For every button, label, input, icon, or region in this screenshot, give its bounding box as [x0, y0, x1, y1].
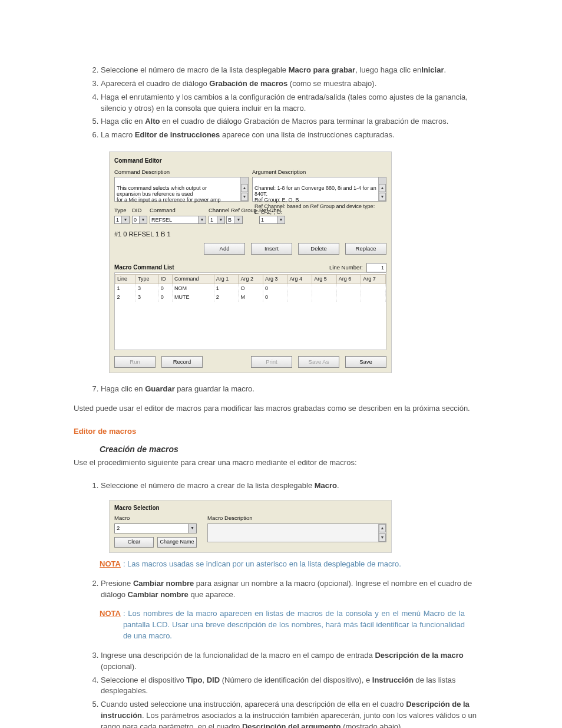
macro-line-display: #1 0 REFSEL 1 B 1 — [114, 230, 386, 239]
chevron-down-icon[interactable]: ▼ — [234, 216, 242, 223]
type-label: Type — [114, 206, 130, 215]
change-name-button[interactable]: Change Name — [157, 537, 197, 548]
table-cell: 3 — [136, 284, 159, 294]
table-header-cell: Arg 2 — [239, 275, 263, 284]
table-cell: 0 — [263, 284, 287, 294]
nota-label: NOTA — [100, 559, 121, 570]
nota-block-2: NOTA : Los nombres de la macro aparecen … — [100, 608, 465, 642]
nota-label: NOTA — [100, 608, 121, 642]
table-cell — [361, 284, 386, 294]
chevron-down-icon[interactable]: ▼ — [277, 216, 285, 223]
command-description-label: Command Description — [114, 168, 249, 176]
channel-select[interactable]: 1▼ — [209, 216, 225, 224]
table-header-cell: ID — [158, 275, 172, 284]
command-description-textarea[interactable]: This command selects which output or exp… — [114, 177, 249, 202]
scrollbar[interactable]: ▲ ▼ — [240, 177, 248, 201]
clear-button[interactable]: Clear — [114, 537, 154, 548]
table-row[interactable]: 130NOM1O0 — [115, 284, 386, 294]
table-cell: 1 — [115, 284, 136, 294]
table-cell — [336, 293, 361, 302]
print-button[interactable]: Print — [251, 356, 292, 368]
macro-description-label: Macro Description — [207, 514, 386, 522]
table-header-cell: Arg 4 — [287, 275, 312, 284]
chevron-down-icon[interactable]: ▼ — [198, 216, 206, 223]
command-editor-dialog: Command Editor Command Description This … — [109, 151, 392, 373]
run-button[interactable]: Run — [114, 356, 156, 368]
line-number-label: Line Number: — [329, 263, 363, 272]
save-as-button[interactable]: Save As — [298, 356, 339, 368]
scroll-up-icon[interactable]: ▲ — [241, 184, 248, 192]
macro-label: Macro — [114, 514, 197, 522]
did-select[interactable]: 0▼ — [132, 216, 147, 224]
scrollbar[interactable]: ▲ ▼ — [378, 524, 386, 542]
table-cell — [312, 284, 337, 294]
table-header-cell: Line — [115, 275, 136, 284]
table-header-cell: Command — [173, 275, 214, 284]
dialog-title: Command Editor — [114, 157, 386, 166]
table-header-cell: Arg 7 — [361, 275, 386, 284]
step-4: Haga el enrutamiento y los cambios a la … — [101, 92, 488, 114]
table-cell: M — [239, 293, 263, 302]
type-select[interactable]: 1▼ — [114, 216, 130, 224]
table-cell — [312, 293, 337, 302]
command-label: Command — [150, 206, 206, 215]
chevron-down-icon[interactable]: ▼ — [121, 216, 129, 223]
macro-select[interactable]: 2▼ — [114, 523, 197, 533]
step-b4: Seleccione el dispositivo Tipo, DID (Núm… — [101, 675, 488, 697]
nota-block-1: NOTA : Las macros usadas se indican por … — [100, 559, 465, 570]
table-cell: 0 — [263, 293, 287, 302]
table-cell: O — [239, 284, 263, 294]
scroll-down-icon[interactable]: ▼ — [379, 193, 386, 201]
save-button[interactable]: Save — [345, 356, 386, 368]
add-button[interactable]: Add — [204, 243, 245, 255]
paragraph-procedure: Use el procedimiento siguiente para crea… — [74, 457, 488, 469]
line-number-input[interactable]: 1 — [366, 263, 386, 272]
step-b2: Presione Cambiar nombre para asignar un … — [101, 578, 488, 601]
steps-b-2: Presione Cambiar nombre para asignar un … — [74, 578, 488, 601]
scroll-down-icon[interactable]: ▼ — [379, 533, 386, 542]
chevron-down-icon[interactable]: ▼ — [139, 216, 147, 223]
scroll-up-icon[interactable]: ▲ — [379, 184, 386, 192]
argument-description-textarea[interactable]: Channel: 1-8 for an Converge 880, 8i and… — [252, 177, 386, 202]
nota-text: : Las macros usadas se indican por un as… — [123, 559, 465, 570]
table-cell: 3 — [136, 293, 159, 302]
channel-refgroup-label: Channel Ref Group — [209, 206, 257, 215]
insert-button[interactable]: Insert — [251, 243, 292, 255]
steps-b-3-6: Ingrese una descripción de la funcionali… — [74, 650, 488, 728]
table-header-cell: Arg 6 — [336, 275, 361, 284]
table-cell: 2 — [115, 293, 136, 302]
chevron-down-icon[interactable]: ▼ — [217, 216, 224, 223]
step-2: Seleccione el número de macro de la list… — [101, 65, 488, 76]
command-select[interactable]: REFSEL▼ — [150, 216, 206, 224]
step-b5: Cuando usted seleccione una instrucción,… — [101, 699, 488, 728]
table-cell — [361, 293, 386, 302]
macro-description-textarea[interactable]: ▲ ▼ — [207, 523, 386, 542]
scroll-up-icon[interactable]: ▲ — [379, 524, 386, 532]
nota-text: : Los nombres de la macro aparecen en li… — [123, 608, 465, 642]
table-cell — [336, 284, 361, 294]
table-cell: NOM — [173, 284, 214, 294]
refchnl-select[interactable]: 1▼ — [259, 216, 285, 224]
subheading-creacion-de-macros: Creación de macros — [100, 443, 488, 455]
table-cell: 1 — [214, 284, 239, 294]
table-cell: 0 — [158, 284, 172, 294]
record-button[interactable]: Record — [161, 356, 203, 368]
refgroup-select[interactable]: B▼ — [226, 216, 243, 224]
chevron-down-icon[interactable]: ▼ — [188, 524, 196, 533]
table-cell: MUTE — [173, 293, 214, 302]
section-heading-editor-de-macros: Editor de macros — [74, 426, 488, 437]
macro-command-list-title: Macro Command List — [114, 263, 174, 272]
scrollbar[interactable]: ▲ ▼ — [378, 177, 386, 201]
table-header-cell: Type — [136, 275, 159, 284]
replace-button[interactable]: Replace — [345, 243, 386, 255]
scroll-down-icon[interactable]: ▼ — [241, 193, 248, 201]
table-row[interactable]: 230MUTE2M0 — [115, 293, 386, 302]
did-label: DID — [132, 206, 147, 215]
table-header-cell: Arg 1 — [214, 275, 239, 284]
delete-button[interactable]: Delete — [298, 243, 339, 255]
steps-b-1: Seleccione el número de macro a crear de… — [74, 480, 488, 492]
steps-7: Haga clic en Guardar para guardar la mac… — [74, 384, 488, 395]
table-header-cell: Arg 5 — [312, 275, 337, 284]
table-cell — [287, 284, 312, 294]
table-cell — [287, 293, 312, 302]
